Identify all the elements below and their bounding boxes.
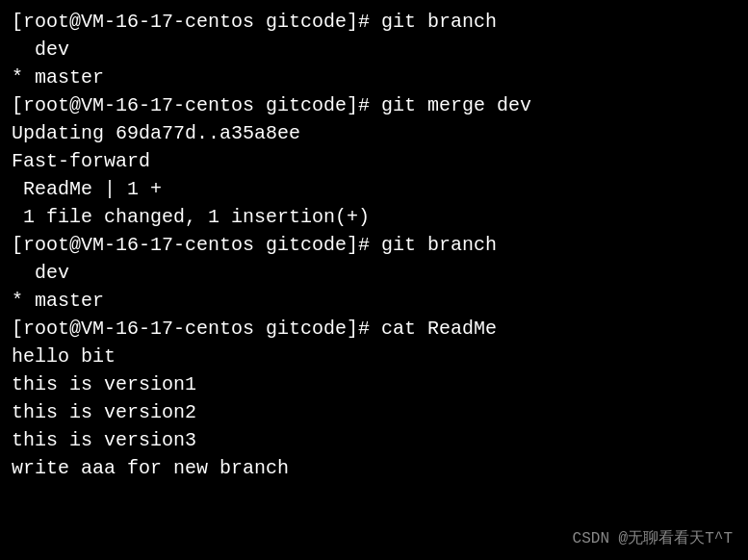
terminal-line: [root@VM-16-17-centos gitcode]# git bran… [12,231,736,259]
terminal-line: write aaa for new branch [12,454,736,482]
terminal-line: dev [12,259,736,287]
terminal-line: [root@VM-16-17-centos gitcode]# git merg… [12,91,736,119]
terminal-line: Updating 69da77d..a35a8ee [12,119,736,147]
terminal-output: [root@VM-16-17-centos gitcode]# git bran… [12,8,736,482]
terminal-line: * master [12,287,736,315]
terminal-window: [root@VM-16-17-centos gitcode]# git bran… [0,0,748,560]
watermark: CSDN @无聊看看天T^T [573,528,733,550]
terminal-line: this is version1 [12,370,736,398]
terminal-line: [root@VM-16-17-centos gitcode]# git bran… [12,8,736,36]
terminal-line: this is version2 [12,398,736,426]
terminal-line: [root@VM-16-17-centos gitcode]# cat Read… [12,315,736,343]
terminal-line: ReadMe | 1 + [12,175,736,203]
terminal-line: 1 file changed, 1 insertion(+) [12,203,736,231]
terminal-line: Fast-forward [12,147,736,175]
terminal-line: dev [12,36,736,64]
terminal-line: hello bit [12,343,736,370]
terminal-line: * master [12,64,736,91]
terminal-line: this is version3 [12,426,736,454]
